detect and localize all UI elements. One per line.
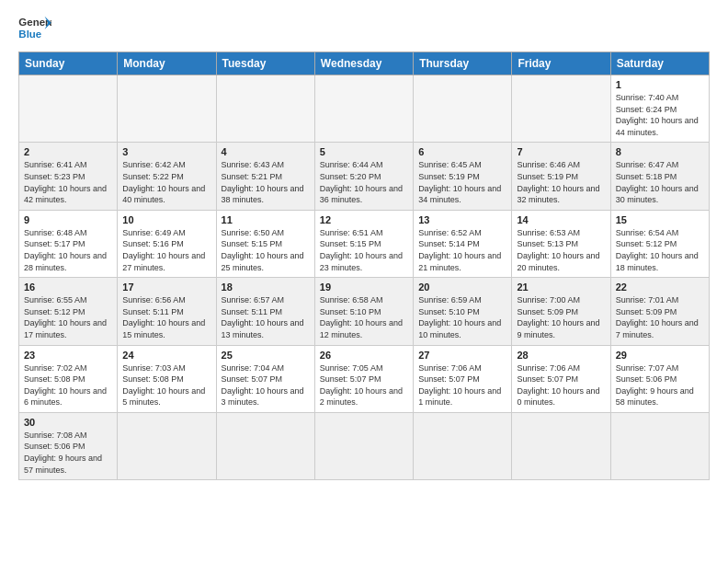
col-header-tuesday: Tuesday: [216, 52, 314, 75]
day-info: Sunrise: 7:05 AM Sunset: 5:07 PM Dayligh…: [320, 362, 408, 408]
day-info: Sunrise: 7:00 AM Sunset: 5:09 PM Dayligh…: [517, 294, 605, 340]
page: General Blue SundayMondayTuesdayWednesda…: [0, 0, 728, 489]
day-info: Sunrise: 7:04 AM Sunset: 5:07 PM Dayligh…: [222, 362, 310, 408]
day-cell: 6Sunrise: 6:45 AM Sunset: 5:19 PM Daylig…: [414, 143, 512, 210]
day-cell: 12Sunrise: 6:51 AM Sunset: 5:15 PM Dayli…: [314, 210, 413, 277]
day-info: Sunrise: 6:53 AM Sunset: 5:13 PM Dayligh…: [517, 227, 605, 273]
calendar-table: SundayMondayTuesdayWednesdayThursdayFrid…: [18, 52, 710, 480]
day-number: 10: [122, 214, 210, 225]
day-cell: 15Sunrise: 6:54 AM Sunset: 5:12 PM Dayli…: [610, 210, 709, 277]
day-info: Sunrise: 7:06 AM Sunset: 5:07 PM Dayligh…: [418, 362, 506, 408]
day-cell: [216, 412, 314, 479]
day-info: Sunrise: 6:43 AM Sunset: 5:21 PM Dayligh…: [222, 159, 310, 205]
header-row: SundayMondayTuesdayWednesdayThursdayFrid…: [19, 52, 710, 75]
day-info: Sunrise: 7:07 AM Sunset: 5:06 PM Dayligh…: [616, 362, 704, 408]
day-cell: 2Sunrise: 6:41 AM Sunset: 5:23 PM Daylig…: [19, 143, 118, 210]
day-cell: 7Sunrise: 6:46 AM Sunset: 5:19 PM Daylig…: [512, 143, 610, 210]
day-info: Sunrise: 6:49 AM Sunset: 5:16 PM Dayligh…: [122, 227, 210, 273]
day-cell: 13Sunrise: 6:52 AM Sunset: 5:14 PM Dayli…: [414, 210, 512, 277]
day-info: Sunrise: 6:48 AM Sunset: 5:17 PM Dayligh…: [24, 227, 112, 273]
day-number: 15: [616, 214, 704, 225]
day-number: 22: [616, 282, 704, 293]
day-cell: 29Sunrise: 7:07 AM Sunset: 5:06 PM Dayli…: [610, 345, 709, 412]
day-cell: 17Sunrise: 6:56 AM Sunset: 5:11 PM Dayli…: [118, 278, 216, 345]
day-cell: [118, 412, 216, 479]
day-number: 18: [222, 282, 310, 293]
day-cell: [216, 75, 314, 143]
day-number: 8: [616, 146, 704, 157]
col-header-sunday: Sunday: [19, 52, 118, 75]
day-cell: 22Sunrise: 7:01 AM Sunset: 5:09 PM Dayli…: [610, 278, 709, 345]
day-cell: [512, 75, 610, 143]
day-cell: 20Sunrise: 6:59 AM Sunset: 5:10 PM Dayli…: [414, 278, 512, 345]
day-cell: 26Sunrise: 7:05 AM Sunset: 5:07 PM Dayli…: [314, 345, 413, 412]
day-number: 27: [418, 350, 506, 361]
day-cell: [314, 412, 413, 479]
day-number: 2: [24, 146, 112, 157]
day-info: Sunrise: 6:44 AM Sunset: 5:20 PM Dayligh…: [320, 159, 408, 205]
day-info: Sunrise: 6:58 AM Sunset: 5:10 PM Dayligh…: [320, 294, 408, 340]
day-info: Sunrise: 6:41 AM Sunset: 5:23 PM Dayligh…: [24, 159, 112, 205]
day-number: 26: [320, 350, 408, 361]
col-header-friday: Friday: [512, 52, 610, 75]
day-info: Sunrise: 6:57 AM Sunset: 5:11 PM Dayligh…: [222, 294, 310, 340]
day-info: Sunrise: 6:45 AM Sunset: 5:19 PM Dayligh…: [418, 159, 506, 205]
day-number: 17: [122, 282, 210, 293]
day-cell: 9Sunrise: 6:48 AM Sunset: 5:17 PM Daylig…: [19, 210, 118, 277]
day-info: Sunrise: 6:55 AM Sunset: 5:12 PM Dayligh…: [24, 294, 112, 340]
day-number: 12: [320, 214, 408, 225]
day-number: 14: [517, 214, 605, 225]
col-header-wednesday: Wednesday: [314, 52, 413, 75]
day-cell: [118, 75, 216, 143]
day-number: 11: [222, 214, 310, 225]
day-info: Sunrise: 6:51 AM Sunset: 5:15 PM Dayligh…: [320, 227, 408, 273]
day-cell: 5Sunrise: 6:44 AM Sunset: 5:20 PM Daylig…: [314, 143, 413, 210]
day-cell: 16Sunrise: 6:55 AM Sunset: 5:12 PM Dayli…: [19, 278, 118, 345]
day-info: Sunrise: 6:56 AM Sunset: 5:11 PM Dayligh…: [122, 294, 210, 340]
day-number: 9: [24, 214, 112, 225]
week-row-2: 9Sunrise: 6:48 AM Sunset: 5:17 PM Daylig…: [19, 210, 710, 277]
day-cell: 4Sunrise: 6:43 AM Sunset: 5:21 PM Daylig…: [216, 143, 314, 210]
day-cell: 23Sunrise: 7:02 AM Sunset: 5:08 PM Dayli…: [19, 345, 118, 412]
col-header-thursday: Thursday: [414, 52, 512, 75]
day-cell: [610, 412, 709, 479]
day-cell: 27Sunrise: 7:06 AM Sunset: 5:07 PM Dayli…: [414, 345, 512, 412]
day-cell: 24Sunrise: 7:03 AM Sunset: 5:08 PM Dayli…: [118, 345, 216, 412]
day-info: Sunrise: 6:42 AM Sunset: 5:22 PM Dayligh…: [122, 159, 210, 205]
day-info: Sunrise: 7:01 AM Sunset: 5:09 PM Dayligh…: [616, 294, 704, 340]
day-info: Sunrise: 6:54 AM Sunset: 5:12 PM Dayligh…: [616, 227, 704, 273]
day-cell: [414, 412, 512, 479]
day-info: Sunrise: 6:46 AM Sunset: 5:19 PM Dayligh…: [517, 159, 605, 205]
day-number: 16: [24, 282, 112, 293]
day-number: 19: [320, 282, 408, 293]
day-cell: [512, 412, 610, 479]
day-cell: 19Sunrise: 6:58 AM Sunset: 5:10 PM Dayli…: [314, 278, 413, 345]
day-cell: 3Sunrise: 6:42 AM Sunset: 5:22 PM Daylig…: [118, 143, 216, 210]
day-cell: 30Sunrise: 7:08 AM Sunset: 5:06 PM Dayli…: [19, 412, 118, 479]
day-number: 7: [517, 146, 605, 157]
day-info: Sunrise: 6:59 AM Sunset: 5:10 PM Dayligh…: [418, 294, 506, 340]
day-cell: 1Sunrise: 7:40 AM Sunset: 6:24 PM Daylig…: [610, 75, 709, 143]
day-number: 23: [24, 350, 112, 361]
day-cell: 8Sunrise: 6:47 AM Sunset: 5:18 PM Daylig…: [610, 143, 709, 210]
day-cell: 14Sunrise: 6:53 AM Sunset: 5:13 PM Dayli…: [512, 210, 610, 277]
day-number: 5: [320, 146, 408, 157]
day-info: Sunrise: 7:40 AM Sunset: 6:24 PM Dayligh…: [616, 92, 704, 138]
day-number: 25: [222, 350, 310, 361]
day-cell: [314, 75, 413, 143]
day-cell: 25Sunrise: 7:04 AM Sunset: 5:07 PM Dayli…: [216, 345, 314, 412]
day-info: Sunrise: 6:52 AM Sunset: 5:14 PM Dayligh…: [418, 227, 506, 273]
svg-text:Blue: Blue: [18, 29, 41, 40]
day-info: Sunrise: 7:06 AM Sunset: 5:07 PM Dayligh…: [517, 362, 605, 408]
day-number: 1: [616, 79, 704, 90]
week-row-4: 23Sunrise: 7:02 AM Sunset: 5:08 PM Dayli…: [19, 345, 710, 412]
day-cell: [414, 75, 512, 143]
day-cell: 28Sunrise: 7:06 AM Sunset: 5:07 PM Dayli…: [512, 345, 610, 412]
day-number: 30: [24, 417, 112, 428]
day-cell: 21Sunrise: 7:00 AM Sunset: 5:09 PM Dayli…: [512, 278, 610, 345]
day-cell: 10Sunrise: 6:49 AM Sunset: 5:16 PM Dayli…: [118, 210, 216, 277]
header: General Blue: [18, 15, 710, 42]
day-cell: [19, 75, 118, 143]
day-number: 24: [122, 350, 210, 361]
day-number: 4: [222, 146, 310, 157]
